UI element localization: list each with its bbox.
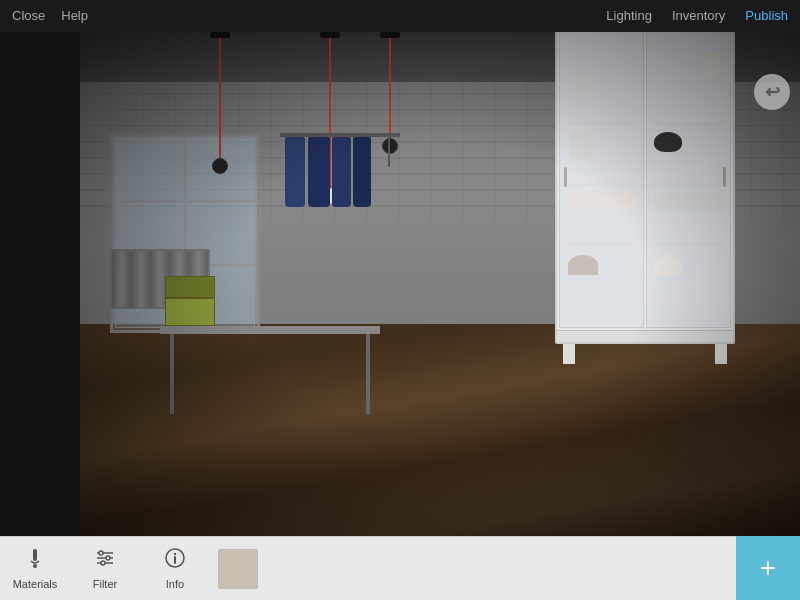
info-label: Info xyxy=(166,578,184,590)
swatch-area xyxy=(218,549,258,589)
materials-toolbar-item[interactable]: Materials xyxy=(0,537,70,601)
svg-point-5 xyxy=(99,551,103,555)
filter-icon xyxy=(94,547,116,574)
publish-nav-item[interactable]: Publish xyxy=(745,0,788,32)
material-swatch[interactable] xyxy=(218,549,258,589)
plus-icon: + xyxy=(760,554,776,582)
svg-point-6 xyxy=(106,556,110,560)
materials-label: Materials xyxy=(13,578,58,590)
svg-point-1 xyxy=(33,564,37,568)
main-viewport: ↩ xyxy=(80,32,800,536)
filter-toolbar-item[interactable]: Filter xyxy=(70,537,140,601)
materials-icon xyxy=(24,547,46,574)
back-button[interactable]: ↩ xyxy=(754,74,790,110)
info-icon xyxy=(164,547,186,574)
bottom-toolbar: Materials Filter Info xyxy=(0,536,800,600)
nav-right-group: Lighting Inventory Publish xyxy=(606,0,788,32)
top-navigation: Close Help Lighting Inventory Publish xyxy=(0,0,800,32)
filter-label: Filter xyxy=(93,578,117,590)
svg-rect-0 xyxy=(33,549,37,561)
left-sidebar xyxy=(0,32,80,536)
close-nav-item[interactable]: Close xyxy=(12,0,45,32)
inventory-nav-item[interactable]: Inventory xyxy=(672,0,725,32)
lighting-nav-item[interactable]: Lighting xyxy=(606,0,652,32)
vignette-overlay xyxy=(80,32,800,536)
add-button[interactable]: + xyxy=(736,536,800,600)
info-toolbar-item[interactable]: Info xyxy=(140,537,210,601)
svg-point-10 xyxy=(174,553,176,555)
nav-left-group: Close Help xyxy=(12,0,88,32)
svg-point-7 xyxy=(101,561,105,565)
help-nav-item[interactable]: Help xyxy=(61,0,88,32)
back-icon: ↩ xyxy=(765,81,780,103)
